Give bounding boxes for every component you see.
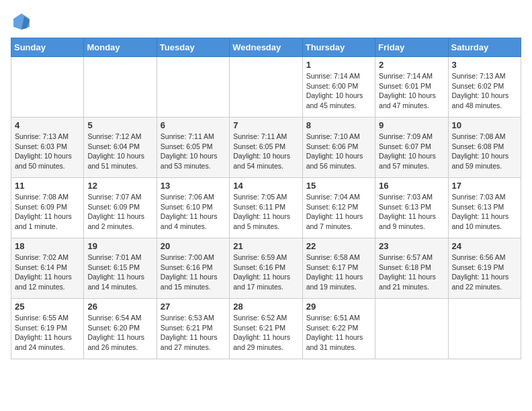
day-info: Sunrise: 6:51 AM Sunset: 6:22 PM Dayligh… bbox=[306, 313, 371, 353]
calendar-cell: 18Sunrise: 7:02 AM Sunset: 6:14 PM Dayli… bbox=[11, 238, 84, 299]
day-number: 15 bbox=[306, 181, 371, 191]
calendar-cell bbox=[84, 57, 157, 118]
day-number: 29 bbox=[306, 302, 371, 312]
calendar-cell: 6Sunrise: 7:11 AM Sunset: 6:05 PM Daylig… bbox=[157, 118, 229, 178]
calendar-cell: 11Sunrise: 7:08 AM Sunset: 6:09 PM Dayli… bbox=[11, 178, 84, 238]
page-header bbox=[11, 11, 521, 32]
calendar-cell: 20Sunrise: 7:00 AM Sunset: 6:16 PM Dayli… bbox=[157, 238, 229, 299]
day-info: Sunrise: 7:05 AM Sunset: 6:11 PM Dayligh… bbox=[233, 192, 298, 232]
day-info: Sunrise: 7:08 AM Sunset: 6:08 PM Dayligh… bbox=[452, 132, 517, 171]
day-number: 11 bbox=[15, 181, 80, 191]
day-number: 3 bbox=[452, 60, 517, 70]
day-info: Sunrise: 7:10 AM Sunset: 6:06 PM Dayligh… bbox=[306, 132, 371, 171]
calendar-cell: 16Sunrise: 7:03 AM Sunset: 6:13 PM Dayli… bbox=[375, 178, 448, 238]
day-info: Sunrise: 7:07 AM Sunset: 6:09 PM Dayligh… bbox=[87, 192, 152, 232]
day-info: Sunrise: 7:14 AM Sunset: 6:01 PM Dayligh… bbox=[379, 71, 444, 111]
day-info: Sunrise: 7:03 AM Sunset: 6:13 PM Dayligh… bbox=[379, 192, 444, 232]
day-number: 28 bbox=[233, 302, 298, 312]
column-header-wednesday: Wednesday bbox=[230, 38, 302, 57]
day-info: Sunrise: 7:11 AM Sunset: 6:05 PM Dayligh… bbox=[161, 132, 226, 171]
day-info: Sunrise: 7:08 AM Sunset: 6:09 PM Dayligh… bbox=[15, 192, 80, 232]
day-info: Sunrise: 6:57 AM Sunset: 6:18 PM Dayligh… bbox=[379, 253, 444, 292]
calendar-cell: 10Sunrise: 7:08 AM Sunset: 6:08 PM Dayli… bbox=[448, 118, 521, 178]
calendar-cell: 29Sunrise: 6:51 AM Sunset: 6:22 PM Dayli… bbox=[302, 299, 375, 359]
day-number: 12 bbox=[87, 181, 152, 191]
column-header-sunday: Sunday bbox=[11, 38, 84, 57]
calendar-cell: 15Sunrise: 7:04 AM Sunset: 6:12 PM Dayli… bbox=[302, 178, 375, 238]
calendar-week-4: 18Sunrise: 7:02 AM Sunset: 6:14 PM Dayli… bbox=[11, 238, 521, 299]
column-header-saturday: Saturday bbox=[448, 38, 521, 57]
day-info: Sunrise: 7:02 AM Sunset: 6:14 PM Dayligh… bbox=[15, 253, 80, 292]
calendar-cell bbox=[157, 57, 229, 118]
day-number: 25 bbox=[15, 302, 80, 312]
calendar-week-5: 25Sunrise: 6:55 AM Sunset: 6:19 PM Dayli… bbox=[11, 299, 521, 359]
calendar-cell: 14Sunrise: 7:05 AM Sunset: 6:11 PM Dayli… bbox=[230, 178, 302, 238]
day-info: Sunrise: 7:11 AM Sunset: 6:05 PM Dayligh… bbox=[233, 132, 298, 171]
column-header-friday: Friday bbox=[375, 38, 448, 57]
day-info: Sunrise: 6:58 AM Sunset: 6:17 PM Dayligh… bbox=[306, 253, 371, 292]
day-info: Sunrise: 7:13 AM Sunset: 6:03 PM Dayligh… bbox=[15, 132, 80, 171]
day-number: 27 bbox=[161, 302, 226, 312]
calendar-cell: 19Sunrise: 7:01 AM Sunset: 6:15 PM Dayli… bbox=[84, 238, 157, 299]
day-info: Sunrise: 7:01 AM Sunset: 6:15 PM Dayligh… bbox=[87, 253, 152, 292]
calendar-week-3: 11Sunrise: 7:08 AM Sunset: 6:09 PM Dayli… bbox=[11, 178, 521, 238]
calendar-cell: 26Sunrise: 6:54 AM Sunset: 6:20 PM Dayli… bbox=[84, 299, 157, 359]
day-info: Sunrise: 6:59 AM Sunset: 6:16 PM Dayligh… bbox=[233, 253, 298, 292]
calendar-week-1: 1Sunrise: 7:14 AM Sunset: 6:00 PM Daylig… bbox=[11, 57, 521, 118]
day-info: Sunrise: 6:53 AM Sunset: 6:21 PM Dayligh… bbox=[161, 313, 226, 353]
day-number: 14 bbox=[233, 181, 298, 191]
calendar-cell: 13Sunrise: 7:06 AM Sunset: 6:10 PM Dayli… bbox=[157, 178, 229, 238]
column-header-monday: Monday bbox=[84, 38, 157, 57]
column-header-tuesday: Tuesday bbox=[157, 38, 229, 57]
day-number: 26 bbox=[87, 302, 152, 312]
logo-icon bbox=[11, 11, 32, 32]
day-number: 8 bbox=[306, 120, 371, 130]
day-number: 7 bbox=[233, 120, 298, 130]
day-number: 1 bbox=[306, 60, 371, 70]
day-info: Sunrise: 7:04 AM Sunset: 6:12 PM Dayligh… bbox=[306, 192, 371, 232]
calendar-cell: 27Sunrise: 6:53 AM Sunset: 6:21 PM Dayli… bbox=[157, 299, 229, 359]
calendar-cell: 22Sunrise: 6:58 AM Sunset: 6:17 PM Dayli… bbox=[302, 238, 375, 299]
calendar-cell: 8Sunrise: 7:10 AM Sunset: 6:06 PM Daylig… bbox=[302, 118, 375, 178]
calendar-cell bbox=[11, 57, 84, 118]
day-info: Sunrise: 7:13 AM Sunset: 6:02 PM Dayligh… bbox=[452, 71, 517, 111]
calendar-cell: 17Sunrise: 7:03 AM Sunset: 6:13 PM Dayli… bbox=[448, 178, 521, 238]
day-number: 18 bbox=[15, 241, 80, 251]
day-number: 21 bbox=[233, 241, 298, 251]
calendar-cell: 9Sunrise: 7:09 AM Sunset: 6:07 PM Daylig… bbox=[375, 118, 448, 178]
calendar-cell: 3Sunrise: 7:13 AM Sunset: 6:02 PM Daylig… bbox=[448, 57, 521, 118]
calendar-cell: 25Sunrise: 6:55 AM Sunset: 6:19 PM Dayli… bbox=[11, 299, 84, 359]
calendar-cell: 2Sunrise: 7:14 AM Sunset: 6:01 PM Daylig… bbox=[375, 57, 448, 118]
calendar-week-2: 4Sunrise: 7:13 AM Sunset: 6:03 PM Daylig… bbox=[11, 118, 521, 178]
day-info: Sunrise: 7:03 AM Sunset: 6:13 PM Dayligh… bbox=[452, 192, 517, 232]
day-number: 13 bbox=[161, 181, 226, 191]
calendar-cell: 23Sunrise: 6:57 AM Sunset: 6:18 PM Dayli… bbox=[375, 238, 448, 299]
calendar-header-row: SundayMondayTuesdayWednesdayThursdayFrid… bbox=[11, 38, 521, 57]
calendar-cell: 7Sunrise: 7:11 AM Sunset: 6:05 PM Daylig… bbox=[230, 118, 302, 178]
day-number: 9 bbox=[379, 120, 444, 130]
day-info: Sunrise: 6:54 AM Sunset: 6:20 PM Dayligh… bbox=[87, 313, 152, 353]
day-info: Sunrise: 6:52 AM Sunset: 6:21 PM Dayligh… bbox=[233, 313, 298, 353]
calendar-cell: 4Sunrise: 7:13 AM Sunset: 6:03 PM Daylig… bbox=[11, 118, 84, 178]
day-number: 19 bbox=[87, 241, 152, 251]
day-info: Sunrise: 7:12 AM Sunset: 6:04 PM Dayligh… bbox=[87, 132, 152, 171]
calendar-cell bbox=[448, 299, 521, 359]
day-number: 6 bbox=[161, 120, 226, 130]
day-number: 10 bbox=[452, 120, 517, 130]
day-number: 20 bbox=[161, 241, 226, 251]
day-info: Sunrise: 6:55 AM Sunset: 6:19 PM Dayligh… bbox=[15, 313, 80, 353]
calendar-cell: 21Sunrise: 6:59 AM Sunset: 6:16 PM Dayli… bbox=[230, 238, 302, 299]
calendar-cell bbox=[375, 299, 448, 359]
day-info: Sunrise: 6:56 AM Sunset: 6:19 PM Dayligh… bbox=[452, 253, 517, 292]
column-header-thursday: Thursday bbox=[302, 38, 375, 57]
calendar-cell: 28Sunrise: 6:52 AM Sunset: 6:21 PM Dayli… bbox=[230, 299, 302, 359]
day-number: 2 bbox=[379, 60, 444, 70]
calendar-cell: 5Sunrise: 7:12 AM Sunset: 6:04 PM Daylig… bbox=[84, 118, 157, 178]
day-number: 23 bbox=[379, 241, 444, 251]
calendar: SundayMondayTuesdayWednesdayThursdayFrid… bbox=[11, 38, 521, 359]
calendar-cell: 1Sunrise: 7:14 AM Sunset: 6:00 PM Daylig… bbox=[302, 57, 375, 118]
day-number: 22 bbox=[306, 241, 371, 251]
calendar-cell bbox=[230, 57, 302, 118]
day-number: 24 bbox=[452, 241, 517, 251]
calendar-cell: 24Sunrise: 6:56 AM Sunset: 6:19 PM Dayli… bbox=[448, 238, 521, 299]
